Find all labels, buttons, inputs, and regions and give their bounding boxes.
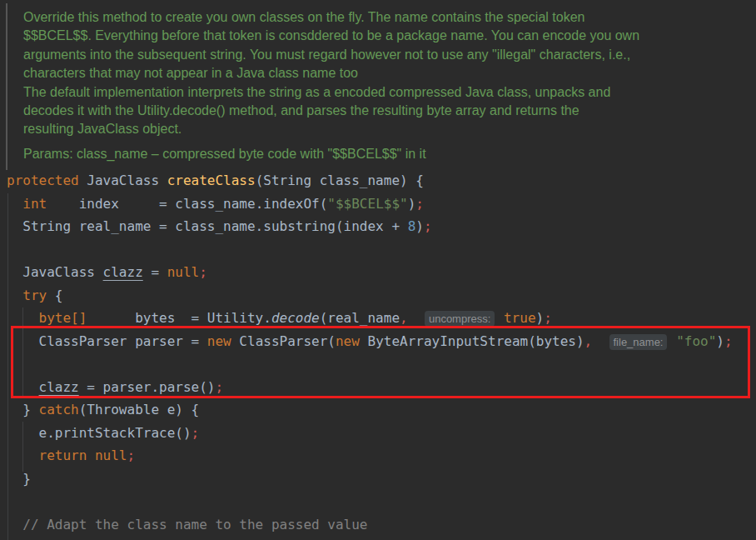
code-token: true xyxy=(504,310,536,326)
code-token: ByteArrayInputStream(bytes) xyxy=(360,333,584,349)
code-token: JavaClass xyxy=(7,264,103,280)
code-token: ClassParser parser = xyxy=(7,333,207,349)
code-token: null xyxy=(167,264,200,280)
code-line[interactable]: } xyxy=(7,468,733,491)
code-token xyxy=(7,310,39,326)
code-token xyxy=(7,288,22,303)
code-line[interactable]: return null; xyxy=(7,444,733,468)
code-token: ; xyxy=(191,425,200,441)
code-token: ) xyxy=(408,196,416,212)
code-token: new xyxy=(207,333,231,349)
code-token: byte[] xyxy=(39,310,87,326)
code-token: ) xyxy=(415,218,424,234)
code-token: { xyxy=(47,288,62,303)
code-token: } xyxy=(7,402,39,418)
code-token: (String class_name) { xyxy=(256,172,424,188)
code-line[interactable] xyxy=(7,238,733,262)
doc-line: The default implementation interprets th… xyxy=(23,83,639,102)
code-token xyxy=(87,448,95,463)
code-token: } xyxy=(7,471,31,487)
code-token: , xyxy=(584,333,593,349)
doc-line: Override this method to create you own c… xyxy=(23,8,639,27)
doc-line: characters that may not appear in a Java… xyxy=(23,64,639,82)
code-token: try xyxy=(22,288,47,303)
code-line[interactable]: try { xyxy=(7,284,733,308)
code-line[interactable]: e.printStackTrace(); xyxy=(7,422,733,445)
code-token: clazz xyxy=(39,379,79,395)
code-token: "$$BCEL$$" xyxy=(327,196,407,212)
code-token: ; xyxy=(415,196,424,212)
code-token: decode xyxy=(271,310,320,326)
code-line[interactable]: int index = class_name.indexOf("$$BCEL$$… xyxy=(7,192,733,216)
code-token: = xyxy=(143,264,167,280)
code-line[interactable]: protected JavaClass createClass(String c… xyxy=(7,169,733,192)
code-line[interactable]: } catch(Throwable e) { xyxy=(7,398,733,422)
code-token: ) xyxy=(536,310,545,326)
code-token xyxy=(7,379,39,395)
doc-params-line: Params: class_name – compressed byte cod… xyxy=(23,145,639,163)
doc-line: decodes it with the Utility.decode() met… xyxy=(23,102,639,120)
code-token xyxy=(668,333,676,349)
code-token: protected xyxy=(7,172,87,188)
code-line[interactable]: clazz = parser.parse(); xyxy=(7,376,733,399)
code-token: new xyxy=(336,333,360,349)
code-token: ; xyxy=(424,218,432,234)
parameter-name-hint: file_name: xyxy=(609,334,668,350)
code-token: 8 xyxy=(408,218,416,234)
code-line[interactable]: // Adapt the class name to the passed va… xyxy=(7,513,733,537)
code-token: ; xyxy=(199,264,207,280)
code-token: index = class_name.indexOf( xyxy=(47,196,327,212)
code-token xyxy=(592,333,608,349)
code-token: catch xyxy=(39,402,79,418)
code-token xyxy=(495,310,504,326)
code-token xyxy=(408,310,424,326)
code-token: "foo" xyxy=(676,333,716,349)
code-token: (real_name xyxy=(320,310,400,326)
code-token: clazz xyxy=(103,264,143,280)
code-token: JavaClass xyxy=(87,172,167,188)
code-token xyxy=(7,448,39,463)
code-token: ; xyxy=(215,379,223,395)
code-token: , xyxy=(400,310,408,326)
code-line[interactable] xyxy=(7,352,733,376)
code-token: (Throwable e) { xyxy=(79,402,200,418)
code-line[interactable]: byte[] bytes = Utility.decode(real_name,… xyxy=(7,307,733,330)
code-token: bytes = Utility. xyxy=(87,310,271,326)
code-token: = parser.parse() xyxy=(79,379,216,395)
code-token: // Adapt the class name to the passed va… xyxy=(7,517,367,532)
code-token: createClass xyxy=(167,172,256,188)
code-token: ; xyxy=(127,448,136,463)
code-line[interactable]: String real_name = class_name.substring(… xyxy=(7,215,733,238)
code-area[interactable]: protected JavaClass createClass(String c… xyxy=(7,169,733,536)
code-token xyxy=(7,196,22,212)
parameter-name-hint: uncompress: xyxy=(425,311,495,327)
code-line[interactable] xyxy=(7,490,733,513)
doc-line: $$BCEL$$. Everything before that token i… xyxy=(23,27,639,45)
code-token: ; xyxy=(544,310,552,326)
code-token: int xyxy=(22,196,47,212)
code-token: ) xyxy=(716,333,724,349)
code-token: return xyxy=(39,448,87,463)
code-token: null xyxy=(95,448,127,463)
code-token: e.printStackTrace() xyxy=(7,425,191,441)
doc-line: resulting JavaClass object. xyxy=(23,120,639,138)
editor-surface[interactable]: { "editor": { "background": "#2B2B2B", "… xyxy=(0,0,756,540)
code-token: ; xyxy=(724,333,733,349)
code-token: String real_name = class_name.substring(… xyxy=(7,218,408,234)
doc-comment-panel: Override this method to create you own c… xyxy=(6,3,639,170)
code-line[interactable]: ClassParser parser = new ClassParser(new… xyxy=(7,330,733,353)
doc-line: arguments into the subsequent string. Yo… xyxy=(23,46,639,64)
code-token: ClassParser( xyxy=(231,333,336,349)
code-line[interactable]: JavaClass clazz = null; xyxy=(7,261,733,284)
